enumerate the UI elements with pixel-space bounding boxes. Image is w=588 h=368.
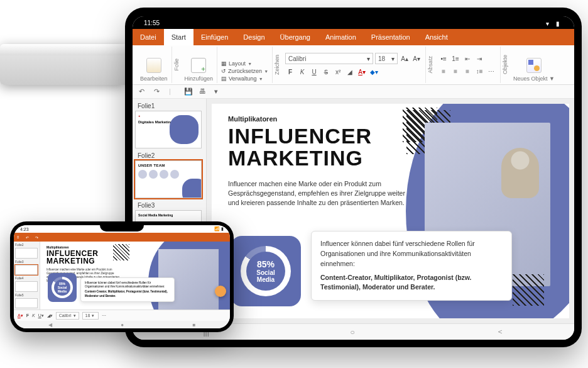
tab-design[interactable]: Design bbox=[236, 29, 272, 45]
stat-badge[interactable]: 85% SocialMedia bbox=[231, 236, 301, 306]
qat-sep: | bbox=[169, 87, 178, 96]
group-add-slide: ＋ Hinzufügen bbox=[181, 47, 218, 83]
grow-font-button[interactable]: A▴ bbox=[400, 53, 410, 64]
paragraph-more-button[interactable]: ⋯ bbox=[486, 66, 496, 76]
phone-status-time: 4:23 bbox=[20, 227, 29, 231]
phone-thumb[interactable] bbox=[15, 281, 38, 292]
slide-kicker[interactable]: Multiplikatoren bbox=[228, 115, 277, 123]
add-label[interactable]: Hinzufügen bbox=[185, 75, 214, 82]
phone-thumb[interactable] bbox=[15, 248, 38, 259]
phone-highlight[interactable]: ◢▾ bbox=[47, 313, 53, 318]
shapes-icon[interactable] bbox=[526, 58, 542, 73]
numbering-button[interactable]: 1≡ bbox=[450, 53, 460, 64]
callout-box[interactable]: Influencer können dabei fünf verschieden… bbox=[311, 231, 512, 301]
highlight-button[interactable]: ◢ bbox=[345, 67, 355, 77]
nav-home-button[interactable]: ○ bbox=[351, 328, 355, 337]
align-center-button[interactable]: ≡ bbox=[450, 66, 460, 76]
align-right-button[interactable]: ≡ bbox=[462, 66, 472, 76]
undo-button[interactable]: ↶ bbox=[139, 87, 148, 96]
tab-ansicht[interactable]: Ansicht bbox=[418, 29, 455, 45]
manage-icon: ▤ bbox=[221, 75, 227, 82]
phone-undo[interactable]: ↶ bbox=[23, 233, 32, 242]
thumb-2-preview[interactable]: UNSER TEAM bbox=[135, 160, 202, 198]
phone-redo[interactable]: ↷ bbox=[32, 233, 41, 242]
redo-button[interactable]: ↷ bbox=[154, 87, 163, 96]
slide-canvas[interactable]: Multiplikatoren INFLUENCERMARKETING Infl… bbox=[207, 99, 574, 323]
slide-title[interactable]: INFLUENCERMARKETING bbox=[228, 125, 372, 169]
font-size-select[interactable]: 18▾ bbox=[375, 53, 398, 64]
line-spacing-button[interactable]: ↕≡ bbox=[474, 66, 484, 76]
tab-datei[interactable]: Datei bbox=[133, 29, 164, 45]
draw-group-label: Zeichen bbox=[273, 52, 281, 77]
layout-button[interactable]: ▦Layout▼ bbox=[221, 60, 252, 67]
phone-menu-button[interactable]: ≡ bbox=[14, 233, 23, 242]
qat-more[interactable]: ▾ bbox=[214, 87, 223, 96]
nav-recent-button[interactable]: ■ bbox=[192, 322, 195, 328]
status-time: 11:55 bbox=[144, 20, 160, 26]
nav-back-button[interactable]: ◀ bbox=[48, 322, 52, 328]
underline-button[interactable]: U bbox=[309, 67, 319, 77]
bullets-button[interactable]: •≡ bbox=[438, 53, 449, 64]
phone-size-select[interactable]: 18▾ bbox=[82, 312, 99, 320]
indent-inc-button[interactable]: ⇥ bbox=[474, 53, 484, 64]
stat-badge: 85%SocialMedia bbox=[48, 273, 77, 302]
tab-einfuegen[interactable]: Einfügen bbox=[193, 29, 236, 45]
thumb-3-label: Folie3 bbox=[135, 201, 204, 210]
phone-thumb[interactable] bbox=[15, 298, 38, 309]
reset-button[interactable]: ↺Zurücksetzen▼ bbox=[221, 68, 268, 74]
slide-body[interactable]: Influencer machen eine Marke oder ein Pr… bbox=[228, 179, 416, 208]
phone-underline[interactable]: U▾ bbox=[38, 313, 44, 318]
phone-slide-panel[interactable]: Folie2 Folie3 Folie4 Folie5 bbox=[14, 242, 40, 309]
phone-font-select[interactable]: Calibri▾ bbox=[56, 312, 79, 320]
nav-home-button[interactable]: ● bbox=[121, 322, 124, 328]
phone-italic[interactable]: K bbox=[32, 313, 35, 318]
font-color-button[interactable]: A▾ bbox=[357, 67, 367, 77]
print-button[interactable]: 🖶 bbox=[199, 87, 208, 96]
save-button[interactable]: 💾 bbox=[184, 87, 193, 96]
shrink-font-button[interactable]: A▾ bbox=[411, 53, 422, 64]
phone-bold[interactable]: F bbox=[26, 313, 29, 318]
phone-device: 4:23 📶 ▮ ≡ ↶ ↷ Folie2 Folie3 Folie4 Foli… bbox=[10, 221, 234, 332]
phone-font-color[interactable]: A▾ bbox=[18, 313, 23, 318]
phone-notch bbox=[100, 225, 144, 231]
status-icons: ▾ ▮ bbox=[546, 20, 563, 25]
tab-praesentation[interactable]: Präsentation bbox=[364, 29, 418, 45]
fab-button[interactable] bbox=[215, 286, 226, 297]
indent-dec-button[interactable]: ⇤ bbox=[462, 53, 472, 64]
italic-button[interactable]: K bbox=[297, 67, 307, 77]
android-status-bar: 11:55 ▾ ▮ bbox=[133, 16, 574, 29]
new-slide-icon[interactable]: ＋ bbox=[191, 58, 206, 73]
phone-slide-canvas[interactable]: Multiplikatoren INFLUENCERMARKETING Infl… bbox=[40, 242, 230, 309]
ribbon: Bearbeiten Folie ＋ Hinzufügen ▦Layout▼ ↺… bbox=[133, 45, 574, 85]
slide[interactable]: Multiplikatoren INFLUENCERMARKETING Infl… bbox=[212, 104, 569, 318]
font-family-select[interactable]: Calibri▾ bbox=[285, 53, 373, 64]
quick-access-toolbar: ↶ ↷ | 💾 🖶 ▾ bbox=[133, 85, 574, 99]
thumb-2-label: Folie2 bbox=[135, 151, 204, 160]
fill-color-button[interactable]: ◆▾ bbox=[369, 67, 379, 77]
thumb-1-preview[interactable]: ● Digitales Marketing bbox=[135, 111, 202, 148]
phone-screen: 4:23 📶 ▮ ≡ ↶ ↷ Folie2 Folie3 Folie4 Foli… bbox=[14, 225, 230, 328]
group-paragraph: •≡ 1≡ ⇤ ⇥ ≡ ≡ ≡ ↕≡ ⋯ bbox=[435, 47, 501, 83]
battery-icon: ▮ bbox=[556, 20, 563, 25]
bold-button[interactable]: F bbox=[285, 67, 295, 77]
align-left-button[interactable]: ≡ bbox=[438, 66, 449, 76]
tab-animation[interactable]: Animation bbox=[318, 29, 364, 45]
new-object-label[interactable]: Neues Objekt ▼ bbox=[513, 75, 555, 82]
tab-uebergang[interactable]: Übergang bbox=[273, 29, 318, 45]
slide-group-label: Folie bbox=[172, 56, 181, 74]
tab-start[interactable]: Start bbox=[164, 29, 193, 45]
phone-more[interactable]: ⋯ bbox=[102, 313, 106, 318]
superscript-button[interactable]: x² bbox=[333, 67, 343, 77]
thumb-2[interactable]: Folie2 UNSER TEAM bbox=[135, 151, 204, 198]
clipboard-icon[interactable] bbox=[146, 58, 161, 73]
ring-text: 85% SocialMedia bbox=[246, 252, 285, 291]
paragraph-group-label: Absatz bbox=[426, 53, 435, 76]
thumb-1[interactable]: Folie1 ● Digitales Marketing bbox=[135, 101, 204, 148]
manage-button[interactable]: ▤Verwaltung▼ bbox=[221, 75, 263, 82]
strike-button[interactable]: S̶ bbox=[321, 67, 331, 77]
phone-ribbon-tabs: ≡ ↶ ↷ bbox=[14, 233, 230, 242]
nav-back-button[interactable]: ＜ bbox=[496, 326, 504, 337]
hatch-decor bbox=[513, 274, 544, 306]
thumb-1-label: Folie1 bbox=[135, 101, 204, 111]
phone-thumb[interactable] bbox=[15, 265, 38, 276]
